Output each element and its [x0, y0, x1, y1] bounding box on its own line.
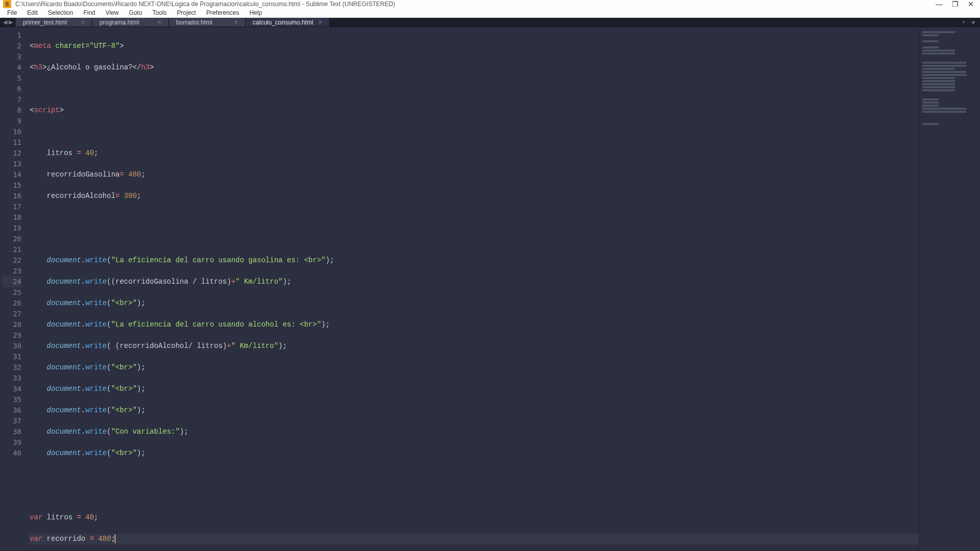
- tab-label: borrador.html: [176, 19, 212, 26]
- menu-edit[interactable]: Edit: [22, 8, 43, 17]
- tab-close-icon[interactable]: ×: [234, 18, 238, 26]
- menu-project[interactable]: Project: [172, 8, 201, 17]
- menu-tools[interactable]: Tools: [148, 8, 172, 17]
- tab-close-icon[interactable]: ×: [318, 18, 323, 26]
- menu-file[interactable]: File: [2, 8, 22, 17]
- menubar: File Edit Selection Find View Goto Tools…: [0, 8, 980, 18]
- app-icon: S: [3, 0, 11, 8]
- tab-label: programa.html: [100, 19, 139, 26]
- text-caret: [115, 535, 115, 543]
- tab-label: primer_test.html: [23, 19, 67, 26]
- minimap[interactable]: [919, 27, 980, 551]
- editor[interactable]: 1234 5678 9101112 13141516 17181920 2122…: [0, 27, 980, 551]
- tabbar: ◀ ▶ primer_test.html × programa.html × b…: [0, 18, 980, 27]
- tab-menu-icon[interactable]: ▾: [972, 19, 975, 26]
- tab-programa[interactable]: programa.html ×: [92, 18, 169, 27]
- tab-calculo-consumo[interactable]: calculo_consumo.html ×: [246, 18, 330, 27]
- line-gutter: 1234 5678 9101112 13141516 17181920 2122…: [2, 27, 26, 551]
- code-area[interactable]: <meta charset="UTF-8"> <h3>¿Alcohol o ga…: [26, 27, 919, 551]
- menu-find[interactable]: Find: [78, 8, 100, 17]
- new-tab-icon[interactable]: ＋: [961, 18, 967, 27]
- menu-goto[interactable]: Goto: [124, 8, 148, 17]
- tab-label: calculo_consumo.html: [253, 19, 313, 26]
- tab-nav-arrows[interactable]: ◀ ▶: [0, 18, 16, 27]
- menu-preferences[interactable]: Preferences: [201, 8, 244, 17]
- minimize-button[interactable]: —: [936, 0, 943, 8]
- maximize-button[interactable]: ❐: [952, 0, 959, 8]
- close-button[interactable]: ✕: [968, 0, 974, 8]
- tab-primer-test[interactable]: primer_test.html ×: [16, 18, 92, 27]
- titlebar: S C:\Users\Ricardo Boado\Documents\Ricar…: [0, 0, 980, 8]
- window-title: C:\Users\Ricardo Boado\Documents\Ricardo…: [15, 1, 936, 8]
- menu-view[interactable]: View: [101, 8, 124, 17]
- tab-close-icon[interactable]: ×: [157, 18, 161, 26]
- menu-help[interactable]: Help: [244, 8, 267, 17]
- tab-close-icon[interactable]: ×: [81, 18, 85, 26]
- menu-selection[interactable]: Selection: [43, 8, 78, 17]
- tab-borrador[interactable]: borrador.html ×: [169, 18, 246, 27]
